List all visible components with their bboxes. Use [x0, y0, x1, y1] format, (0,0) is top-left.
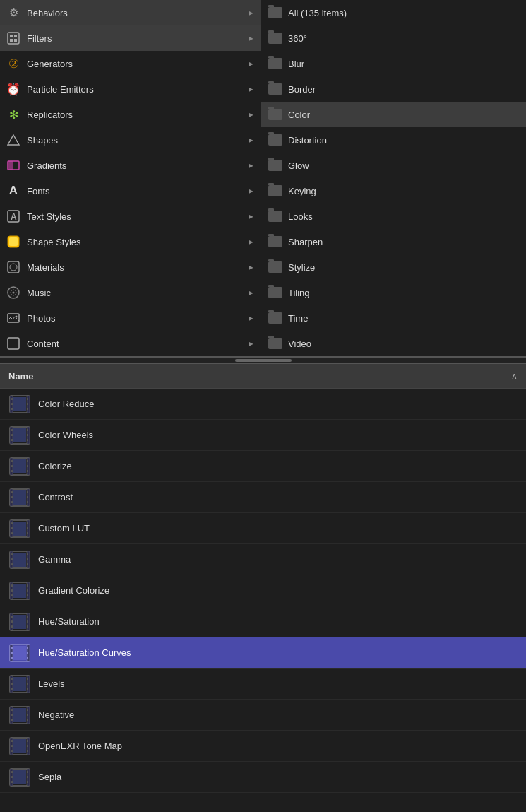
folder-label: Color — [288, 110, 519, 120]
sidebar-item-label: Content — [27, 339, 247, 349]
sidebar-item-generators[interactable]: ② Generators ► — [0, 51, 261, 76]
svg-rect-57 — [27, 496, 28, 498]
svg-rect-23 — [11, 398, 13, 400]
folder-label: All (135 items) — [288, 8, 519, 18]
list-item[interactable]: OpenEXR Tone Map — [0, 731, 526, 762]
folder-icon — [268, 7, 282, 18]
list-item[interactable]: Levels — [0, 669, 526, 700]
sidebar-item-label: Gradients — [27, 160, 247, 171]
svg-rect-144 — [11, 776, 13, 778]
svg-rect-75 — [11, 563, 13, 565]
list-item[interactable]: Color Reduce — [0, 389, 526, 420]
filter-item-label: Levels — [38, 678, 65, 689]
film-strip-icon — [8, 705, 31, 725]
sidebar-item-text-styles[interactable]: A Text Styles ► — [0, 204, 261, 229]
sidebar-item-particle-emitters[interactable]: ⏰ Particle Emitters ► — [0, 76, 261, 102]
svg-rect-119 — [13, 677, 26, 691]
folder-item-glow[interactable]: Glow — [261, 153, 526, 178]
svg-rect-77 — [27, 558, 28, 560]
film-strip-icon — [8, 643, 31, 663]
folder-item-all[interactable]: All (135 items) — [261, 0, 526, 25]
list-item[interactable]: Gamma — [0, 544, 526, 575]
sidebar-item-shapes[interactable]: Shapes ► — [0, 127, 261, 153]
svg-point-16 — [13, 292, 15, 294]
folder-item-border[interactable]: Border — [261, 76, 526, 102]
folder-label: Distortion — [288, 135, 519, 146]
svg-rect-98 — [27, 625, 28, 628]
folder-item-looks[interactable]: Looks — [261, 204, 526, 229]
film-strip-icon — [8, 581, 31, 601]
shape-styles-icon — [6, 234, 21, 249]
list-item[interactable]: Custom LUT — [0, 513, 526, 544]
film-strip-icon — [8, 488, 31, 507]
svg-rect-97 — [27, 620, 28, 623]
sidebar-item-replicators[interactable]: ❇ Replicators ► — [0, 102, 261, 127]
svg-rect-25 — [11, 408, 13, 410]
sidebar-item-fonts[interactable]: A Fonts ► — [0, 178, 261, 204]
sidebar-item-materials[interactable]: Materials ► — [0, 254, 261, 280]
svg-rect-117 — [27, 683, 28, 685]
svg-rect-39 — [13, 428, 26, 442]
filter-item-label: Color Wheels — [38, 430, 93, 440]
folder-item-blur[interactable]: Blur — [261, 51, 526, 76]
svg-rect-24 — [11, 403, 13, 405]
svg-rect-54 — [11, 496, 13, 498]
folder-item-stylize[interactable]: Stylize — [261, 254, 526, 280]
svg-rect-19 — [8, 338, 19, 349]
list-item[interactable]: Hue/Saturation — [0, 606, 526, 637]
folder-item-distortion[interactable]: Distortion — [261, 127, 526, 153]
list-item[interactable]: Gradient Colorize — [0, 575, 526, 606]
folder-label: Border — [288, 84, 519, 95]
gradients-icon — [6, 158, 21, 173]
list-item[interactable]: Contrast — [0, 482, 526, 513]
folder-item-keying[interactable]: Keying — [261, 178, 526, 204]
name-header[interactable]: Name ∧ — [0, 363, 526, 389]
folder-item-time[interactable]: Time — [261, 305, 526, 331]
svg-rect-147 — [27, 776, 28, 778]
folder-item-sharpen[interactable]: Sharpen — [261, 229, 526, 254]
svg-rect-128 — [27, 719, 28, 721]
sidebar-item-filters[interactable]: Filters ► — [0, 25, 261, 51]
folder-icon — [268, 338, 282, 349]
svg-rect-69 — [13, 522, 26, 536]
svg-rect-86 — [27, 584, 28, 587]
generators-icon: ② — [6, 56, 21, 71]
sidebar-item-label: Shapes — [27, 135, 247, 146]
list-item[interactable]: Negative — [0, 700, 526, 731]
svg-rect-83 — [11, 584, 13, 587]
sidebar-item-photos[interactable]: Photos ► — [0, 305, 261, 331]
filter-item-label: Contrast — [38, 492, 73, 502]
behaviors-icon: ⚙ — [6, 5, 21, 20]
svg-rect-47 — [27, 465, 28, 467]
scrollbar-thumb[interactable] — [235, 359, 292, 362]
sidebar-item-gradients[interactable]: Gradients ► — [0, 153, 261, 178]
svg-rect-116 — [27, 678, 28, 680]
sidebar-item-content[interactable]: Content ► — [0, 331, 261, 356]
sidebar-item-label: Replicators — [27, 110, 247, 120]
folder-label: Tiling — [288, 288, 519, 298]
arrow-icon: ► — [247, 237, 255, 246]
folder-item-color[interactable]: Color — [261, 102, 526, 127]
svg-rect-26 — [27, 398, 28, 400]
folder-item-360[interactable]: 360° — [261, 25, 526, 51]
sidebar-item-behaviors[interactable]: ⚙ Behaviors ► — [0, 0, 261, 25]
svg-rect-107 — [27, 652, 28, 654]
folder-icon — [268, 236, 282, 247]
sidebar-item-music[interactable]: Music ► — [0, 280, 261, 305]
list-item[interactable]: Sepia — [0, 762, 526, 793]
film-strip-icon — [8, 519, 31, 539]
film-strip-icon — [8, 457, 31, 476]
filter-item-label: Gradient Colorize — [38, 585, 109, 596]
list-item[interactable]: Colorize — [0, 451, 526, 482]
list-item[interactable]: Color Wheels — [0, 420, 526, 451]
sidebar-item-shape-styles[interactable]: Shape Styles ► — [0, 229, 261, 254]
folder-item-tiling[interactable]: Tiling — [261, 280, 526, 305]
folder-item-video[interactable]: Video — [261, 331, 526, 356]
svg-rect-126 — [27, 709, 28, 711]
svg-rect-43 — [11, 460, 13, 462]
list-item-selected[interactable]: Hue/Saturation Curves — [0, 637, 526, 669]
svg-rect-129 — [13, 708, 26, 722]
folder-label: Stylize — [288, 262, 519, 273]
arrow-icon: ► — [247, 288, 255, 297]
filters-icon — [6, 30, 21, 46]
